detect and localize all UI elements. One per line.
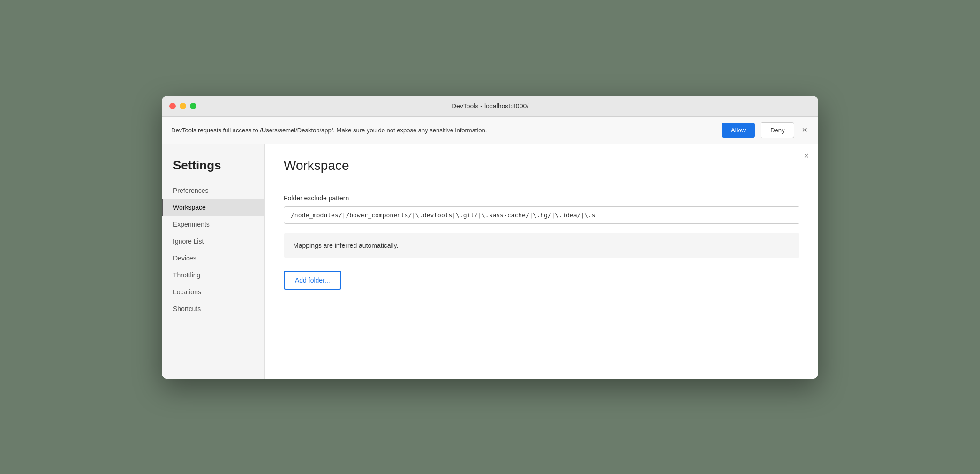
devtools-window: DevTools - localhost:8000/ DevTools requ… (162, 96, 818, 379)
allow-button[interactable]: Allow (722, 123, 755, 138)
content-divider (284, 181, 799, 181)
sidebar-item-preferences[interactable]: Preferences (162, 182, 264, 199)
minimize-button[interactable] (180, 103, 186, 109)
sidebar-item-shortcuts[interactable]: Shortcuts (162, 300, 264, 317)
add-folder-button[interactable]: Add folder... (284, 271, 341, 290)
notification-close-icon[interactable]: × (800, 126, 809, 134)
notification-bar: DevTools requests full access to /Users/… (162, 117, 818, 144)
main-content: Settings Preferences Workspace Experimen… (162, 144, 818, 379)
mappings-info-box: Mappings are inferred automatically. (284, 233, 799, 258)
folder-exclude-input[interactable] (284, 206, 799, 224)
folder-exclude-label: Folder exclude pattern (284, 194, 799, 202)
notification-text: DevTools requests full access to /Users/… (171, 127, 716, 134)
close-button[interactable] (169, 103, 176, 109)
sidebar-item-ignore-list[interactable]: Ignore List (162, 233, 264, 250)
window-title: DevTools - localhost:8000/ (452, 102, 528, 110)
sidebar-item-devices[interactable]: Devices (162, 250, 264, 267)
traffic-lights (169, 103, 196, 109)
sidebar-item-throttling[interactable]: Throttling (162, 267, 264, 283)
content-title: Workspace (284, 158, 799, 173)
content-area: × Workspace Folder exclude pattern Mappi… (265, 144, 818, 379)
maximize-button[interactable] (190, 103, 196, 109)
title-bar: DevTools - localhost:8000/ (162, 96, 818, 117)
sidebar-item-workspace[interactable]: Workspace (162, 199, 264, 216)
sidebar-title: Settings (162, 153, 264, 182)
sidebar-item-experiments[interactable]: Experiments (162, 216, 264, 233)
content-close-icon[interactable]: × (804, 152, 809, 160)
deny-button[interactable]: Deny (761, 122, 794, 138)
sidebar-item-locations[interactable]: Locations (162, 283, 264, 300)
sidebar: Settings Preferences Workspace Experimen… (162, 144, 265, 379)
mappings-info-text: Mappings are inferred automatically. (293, 242, 399, 249)
